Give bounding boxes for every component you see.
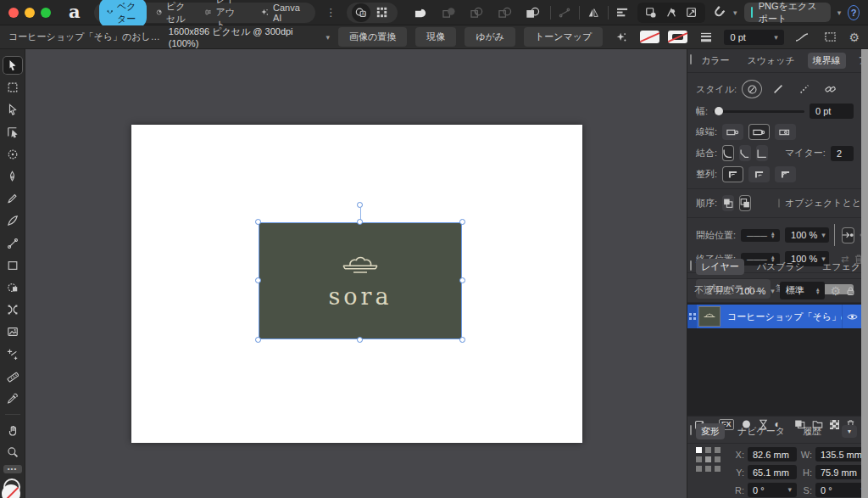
- with-object-checkbox[interactable]: [778, 199, 780, 208]
- selection-handle-nw[interactable]: [255, 219, 261, 225]
- panel-menu-button[interactable]: ▾: [842, 425, 857, 438]
- alignment-button[interactable]: [615, 3, 631, 22]
- shape-tool[interactable]: [3, 278, 23, 297]
- pencil-tool[interactable]: [3, 189, 23, 208]
- selection-handle-sw[interactable]: [255, 337, 261, 343]
- artboard[interactable]: sora: [131, 125, 582, 443]
- h-field[interactable]: 75.9 mm: [815, 465, 868, 479]
- align-outside-button[interactable]: [775, 166, 796, 182]
- cap-round-button[interactable]: [748, 124, 770, 140]
- transform-point-button[interactable]: [665, 7, 678, 19]
- panel-drag-handle[interactable]: [690, 425, 692, 435]
- zoom-window-button[interactable]: [41, 8, 51, 18]
- selection-handle-ne[interactable]: [459, 219, 465, 225]
- blend-mode-dropdown[interactable]: 標準 ▴▾: [780, 282, 826, 299]
- color-picker-tool[interactable]: [3, 389, 23, 408]
- anchor-ne[interactable]: [715, 447, 721, 453]
- ai-enhance-button[interactable]: [611, 28, 631, 47]
- fill-stroke-selector[interactable]: [2, 478, 24, 498]
- vector-flood-fill-tool[interactable]: [3, 344, 23, 363]
- rotation-handle[interactable]: [357, 202, 363, 208]
- gear-icon[interactable]: ⚙: [849, 31, 860, 44]
- view-tool[interactable]: [3, 421, 23, 439]
- selection-handle-s[interactable]: [357, 337, 363, 343]
- gear-icon[interactable]: ⚙: [830, 284, 841, 298]
- slider-knob[interactable]: [715, 107, 723, 115]
- lock-button[interactable]: [846, 286, 855, 296]
- tab-navigator[interactable]: ナビゲータ: [732, 423, 790, 439]
- arrowhead-swap-button[interactable]: [842, 227, 854, 243]
- persona-vector[interactable]: ベクター: [99, 0, 147, 28]
- mesh-warp-tool[interactable]: [3, 300, 23, 319]
- export-options-chevron[interactable]: ▾: [837, 8, 842, 17]
- develop-button[interactable]: 現像: [415, 27, 456, 47]
- close-window-button[interactable]: [8, 8, 19, 18]
- marquee-options-button[interactable]: [821, 28, 840, 47]
- replace-image-button[interactable]: 画像の置換: [338, 27, 407, 47]
- scale-with-object-button[interactable]: [685, 7, 698, 19]
- insert-inside-button[interactable]: [557, 3, 572, 22]
- stroke-width-field[interactable]: 0 pt: [810, 104, 854, 119]
- rotation-field[interactable]: 0 °▾: [748, 483, 797, 497]
- align-center-button[interactable]: [722, 166, 743, 182]
- panel-drag-handle[interactable]: [690, 260, 692, 271]
- boolean-intersect-button[interactable]: [467, 3, 487, 22]
- miter-field[interactable]: 2: [831, 146, 854, 161]
- cap-butt-button[interactable]: [722, 124, 743, 140]
- anchor-n[interactable]: [705, 447, 711, 453]
- order-front-button[interactable]: [739, 195, 751, 211]
- stroke-style-solid-button[interactable]: [767, 81, 788, 98]
- workspace-grid-toggle[interactable]: [372, 3, 392, 22]
- selection-handle-se[interactable]: [459, 337, 465, 343]
- stroke-style-none-button[interactable]: [742, 80, 762, 98]
- join-bevel-button[interactable]: [739, 145, 751, 161]
- tab-transform[interactable]: 変形: [696, 423, 725, 439]
- layer-visibility-toggle[interactable]: [842, 305, 862, 328]
- contour-tool[interactable]: [3, 123, 23, 142]
- stroke-panel-button[interactable]: [696, 28, 715, 47]
- cap-square-button[interactable]: [775, 124, 796, 140]
- minimize-window-button[interactable]: [25, 8, 35, 18]
- opacity-value[interactable]: 100 %: [739, 286, 765, 296]
- tab-layers[interactable]: レイヤー: [696, 259, 744, 275]
- flip-button[interactable]: [587, 3, 602, 22]
- tab-stroke[interactable]: 境界線: [808, 53, 846, 69]
- pen-tool[interactable]: [3, 167, 23, 186]
- boolean-add-button[interactable]: [411, 3, 431, 22]
- anchor-s[interactable]: [705, 466, 711, 472]
- tab-color[interactable]: カラー: [696, 53, 735, 69]
- selection-handle-n[interactable]: [357, 219, 363, 225]
- start-arrowhead-dropdown[interactable]: ———▴▾: [741, 229, 780, 242]
- tone-map-button[interactable]: トーンマップ: [524, 27, 603, 47]
- selected-object[interactable]: sora: [259, 222, 462, 339]
- selection-handle-e[interactable]: [459, 277, 465, 283]
- layer-drag-handle[interactable]: [687, 305, 697, 328]
- move-tool[interactable]: [3, 56, 23, 75]
- snapping-menu-chevron[interactable]: ▾: [733, 8, 737, 17]
- pressure-curve-button[interactable]: [793, 28, 812, 47]
- layer-row[interactable]: コーヒーショップ「そら」のおしゃれ…: [687, 305, 862, 328]
- stroke-width-slider[interactable]: [713, 110, 804, 113]
- place-image-tool[interactable]: [3, 322, 23, 341]
- logo-rectangle[interactable]: sora: [259, 222, 462, 339]
- join-round-button[interactable]: [722, 145, 734, 161]
- anchor-e[interactable]: [715, 456, 721, 462]
- artboard-tool[interactable]: [3, 78, 23, 97]
- join-miter-button[interactable]: [756, 145, 768, 161]
- tab-pathbrush[interactable]: パスブラシ: [752, 259, 810, 275]
- transform-point-tool[interactable]: [3, 145, 23, 164]
- vector-brush-tool[interactable]: [3, 211, 23, 230]
- layer-list[interactable]: コーヒーショップ「そら」のおしゃれ…: [687, 303, 862, 416]
- snapping-button[interactable]: [712, 3, 727, 22]
- anchor-w[interactable]: [696, 456, 702, 462]
- node-tool[interactable]: [3, 100, 23, 119]
- chevron-down-icon[interactable]: ▾: [771, 287, 775, 295]
- y-field[interactable]: 65.1 mm: [748, 465, 797, 479]
- boolean-subtract-button[interactable]: [439, 3, 459, 22]
- stroke-width-dropdown[interactable]: 0 pt ▾: [724, 30, 783, 45]
- canvas-size-dropdown[interactable]: 1600x896 ピクセル @ 300dpi (100%) ▾: [169, 25, 330, 48]
- panel-drag-handle[interactable]: [690, 54, 692, 64]
- export-png-button[interactable]: PNGをエクスポート: [744, 3, 831, 22]
- anchor-center[interactable]: [705, 456, 711, 462]
- liquify-button[interactable]: ゆがみ: [465, 27, 515, 47]
